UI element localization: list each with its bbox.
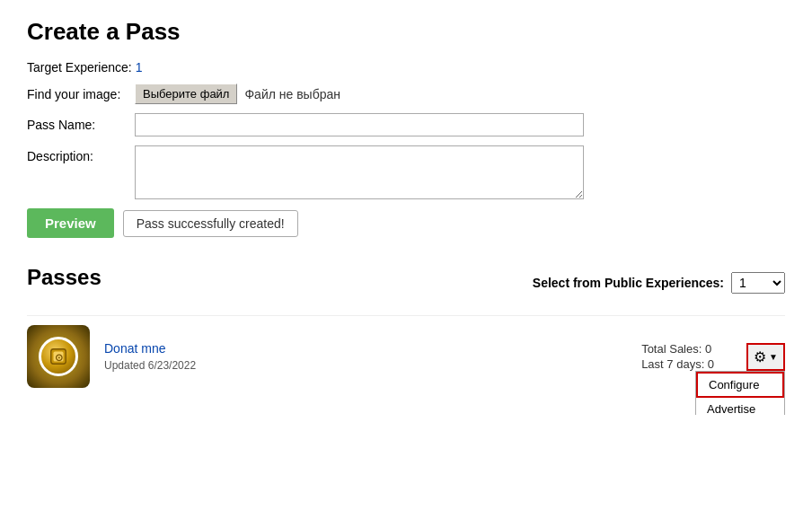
preview-button[interactable]: Preview	[27, 208, 114, 238]
advertise-button[interactable]: Advertise	[696, 398, 784, 416]
pass-name-row: Pass Name:	[27, 113, 785, 136]
passes-list: ⊙ Donat mne Updated 6/23/2022 Total Sale…	[27, 315, 785, 397]
passes-title: Passes	[27, 265, 102, 290]
pass-thumb-inner: ⊙	[39, 337, 78, 376]
total-sales: Total Sales: 0	[641, 342, 714, 356]
filter-label: Select from Public Experiences:	[533, 276, 724, 290]
description-label: Description:	[27, 145, 135, 163]
pass-name-label: Pass Name:	[27, 118, 135, 132]
file-no-selected-text: Файл не выбран	[244, 87, 340, 101]
chevron-down-icon: ▼	[769, 352, 778, 362]
find-image-label: Find your image:	[27, 87, 135, 101]
pass-name-input[interactable]	[135, 113, 584, 136]
configure-button[interactable]: Configure	[696, 372, 784, 398]
target-experience-row: Target Experience: 1	[27, 60, 785, 75]
find-image-row: Find your image: Выберите файл Файл не в…	[27, 84, 785, 104]
pass-thumbnail: ⊙	[27, 325, 90, 388]
target-experience-label: Target Experience:	[27, 60, 132, 75]
pass-actions: ⚙ ▼ Configure Advertise	[746, 343, 785, 371]
target-experience-link[interactable]: 1	[136, 60, 143, 75]
svg-text:⊙: ⊙	[55, 352, 63, 363]
gear-dropdown-button[interactable]: ⚙ ▼	[746, 343, 785, 371]
last7-days: Last 7 days: 0	[641, 357, 714, 371]
public-experiences-select[interactable]: 1 2 3	[731, 272, 785, 294]
pass-info: Donat mne Updated 6/23/2022	[104, 341, 627, 372]
page-title: Create a Pass	[27, 18, 785, 46]
pass-item: ⊙ Donat mne Updated 6/23/2022 Total Sale…	[27, 315, 785, 397]
choose-file-button[interactable]: Выберите файл	[135, 84, 237, 104]
robux-icon: ⊙	[49, 347, 68, 366]
passes-header: Passes Select from Public Experiences: 1…	[27, 265, 785, 301]
pass-updated: Updated 6/23/2022	[104, 359, 196, 372]
description-input[interactable]	[135, 145, 584, 199]
passes-filter: Select from Public Experiences: 1 2 3	[533, 272, 785, 294]
gear-icon: ⚙	[754, 348, 766, 365]
action-buttons-row: Preview Pass successfully created!	[27, 208, 785, 238]
description-row: Description:	[27, 145, 785, 199]
pass-name-link[interactable]: Donat mne	[104, 341, 627, 356]
success-message-button[interactable]: Pass successfully created!	[123, 210, 298, 237]
pass-stats: Total Sales: 0 Last 7 days: 0	[641, 342, 714, 371]
actions-dropdown-menu: Configure Advertise	[695, 371, 785, 416]
